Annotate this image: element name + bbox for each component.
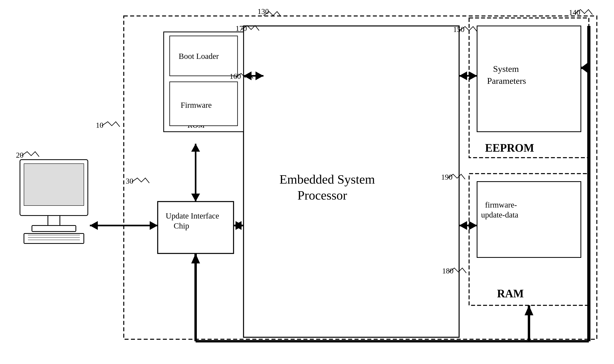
system-params-label1: System [493,64,519,74]
firmware-label: Firmware [181,101,212,110]
ref-130: 130 [258,7,269,15]
ram-label: RAM [497,287,524,300]
update-chip-label1: Update Interface [166,211,219,220]
eeprom-label: EEPROM [485,142,534,154]
diagram-container: 10 130 20 Update Interface Chip 30 Embed… [0,0,614,364]
embedded-label2: Processor [297,188,347,202]
update-chip-label2: Chip [174,221,189,230]
firmware-update-label1: firmware- [485,200,517,209]
ref-180: 180 [442,267,454,275]
ref-30: 30 [126,177,133,185]
ref-170: 170 [235,24,247,33]
firmware-update-data-box [477,182,581,258]
ref-160: 160 [230,72,241,80]
monitor-screen [24,164,84,206]
update-interface-chip-box [158,202,234,253]
ref-190: 190 [441,173,453,181]
system-params-label2: Parameters [487,76,526,86]
ref-150: 150 [453,25,465,34]
firmware-update-label2: update-data [481,210,518,219]
boot-loader-label: Boot Loader [179,52,219,61]
ref-140: 140 [569,8,580,17]
embedded-label1: Embedded System [279,172,375,186]
